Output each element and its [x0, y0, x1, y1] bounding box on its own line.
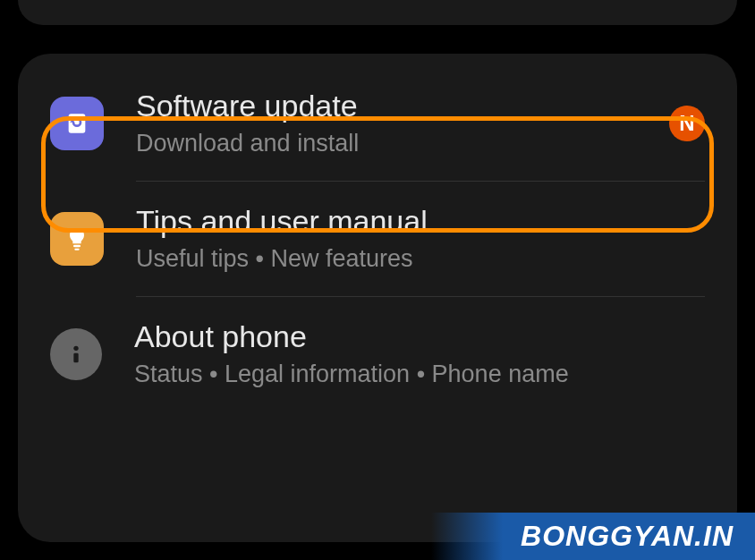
svg-point-3: [73, 345, 78, 350]
settings-item-about-phone[interactable]: About phone Status • Legal information •…: [18, 297, 737, 412]
svg-rect-2: [74, 248, 79, 250]
item-subtitle: Status • Legal information • Phone name: [134, 359, 705, 390]
item-title: Software update: [136, 88, 669, 124]
item-title: Tips and user manual: [136, 203, 705, 240]
info-icon: [50, 328, 102, 380]
item-text-wrapper: Tips and user manual Useful tips • New f…: [136, 203, 705, 275]
item-title: About phone: [134, 318, 705, 355]
lightbulb-icon: [50, 212, 104, 266]
card-top-edge: [18, 0, 737, 25]
item-text-wrapper: Software update Download and install: [136, 88, 669, 159]
item-subtitle: Download and install: [136, 128, 669, 159]
settings-card: Software update Download and install N T…: [18, 54, 737, 542]
update-icon: [50, 97, 104, 150]
svg-rect-0: [69, 114, 86, 132]
svg-rect-1: [73, 244, 81, 247]
notification-badge: N: [669, 106, 705, 141]
svg-rect-4: [73, 352, 78, 362]
item-text-wrapper: About phone Status • Legal information •…: [134, 318, 705, 390]
settings-item-software-update[interactable]: Software update Download and install N: [18, 66, 737, 181]
item-subtitle: Useful tips • New features: [136, 243, 705, 275]
settings-item-tips[interactable]: Tips and user manual Useful tips • New f…: [18, 182, 737, 296]
watermark: BONGGYAN.IN: [431, 513, 755, 560]
